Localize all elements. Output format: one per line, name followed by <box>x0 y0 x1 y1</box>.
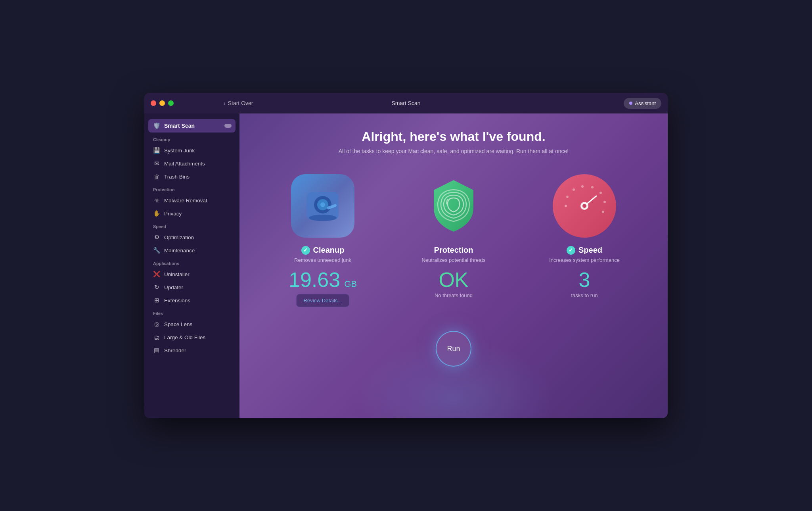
sidebar: 🛡️ Smart Scan Cleanup 💾 System Junk ✉ Ma… <box>144 113 239 418</box>
cleanup-icon-wrap <box>291 174 354 238</box>
sidebar-item-label: Trash Bins <box>164 174 190 180</box>
sidebar-item-label: Mail Attachments <box>164 161 205 167</box>
svg-point-12 <box>599 192 602 194</box>
sidebar-toggle[interactable] <box>224 124 232 128</box>
sidebar-item-label: Shredder <box>164 348 186 353</box>
protection-value: OK <box>439 269 468 290</box>
cleanup-card-title: Cleanup <box>313 246 345 255</box>
section-label-files: Files <box>144 307 239 317</box>
sidebar-item-label: Privacy <box>164 211 182 217</box>
smart-scan-icon: 🛡️ <box>153 122 160 129</box>
updater-icon: ↻ <box>153 284 160 291</box>
sidebar-item-label: Maintenance <box>164 248 195 254</box>
svg-point-4 <box>320 202 325 207</box>
traffic-lights <box>151 100 174 106</box>
sidebar-item-extensions[interactable]: ⊞ Extensions <box>148 294 236 307</box>
sidebar-item-system-junk[interactable]: 💾 System Junk <box>148 144 236 157</box>
protection-subtitle: Neutralizes potential threats <box>421 257 485 263</box>
minimize-button[interactable] <box>159 100 165 106</box>
svg-point-9 <box>573 188 575 191</box>
speed-value: 3 <box>579 269 590 290</box>
card-speed: ✓ Speed Increases system performance 3 t… <box>525 174 644 298</box>
sidebar-item-label: Extensions <box>164 298 190 304</box>
svg-point-7 <box>565 205 567 207</box>
cleanup-title-row: ✓ Cleanup <box>301 246 345 255</box>
sidebar-item-mail-attachments[interactable]: ✉ Mail Attachments <box>148 157 236 170</box>
svg-point-10 <box>581 185 584 188</box>
headline: Alright, here's what I've found. <box>362 129 545 144</box>
section-label-cleanup: Cleanup <box>144 133 239 144</box>
protection-icon-wrap <box>422 174 485 238</box>
protection-card-title: Protection <box>434 246 473 255</box>
speed-subtitle: Increases system performance <box>549 257 620 263</box>
sidebar-item-shredder[interactable]: ▤ Shredder <box>148 344 236 357</box>
speed-check-icon: ✓ <box>567 246 575 255</box>
uninstaller-icon: ❌ <box>153 271 160 278</box>
sidebar-item-label: Space Lens <box>164 321 192 327</box>
assistant-area: Assistant <box>624 98 661 109</box>
sidebar-item-label: Optimization <box>164 234 194 240</box>
sidebar-item-label: Large & Old Files <box>164 334 205 340</box>
sidebar-item-malware-removal[interactable]: ☣ Malware Removal <box>148 194 236 207</box>
disk-svg <box>303 184 343 228</box>
sidebar-item-label: Uninstaller <box>164 271 190 277</box>
sidebar-item-optimization[interactable]: ⚙ Optimization <box>148 231 236 244</box>
back-label: Start Over <box>228 100 253 106</box>
optimization-icon: ⚙ <box>153 234 160 241</box>
main-layout: 🛡️ Smart Scan Cleanup 💾 System Junk ✉ Ma… <box>144 113 668 418</box>
protection-note: No threats found <box>435 292 473 298</box>
svg-point-8 <box>566 196 569 198</box>
speed-icon-wrap <box>553 174 616 238</box>
speed-card-title: Speed <box>578 246 602 255</box>
svg-point-1 <box>309 215 337 221</box>
section-label-protection: Protection <box>144 183 239 194</box>
sidebar-item-label: System Junk <box>164 148 195 154</box>
speed-title-row: ✓ Speed <box>567 246 602 255</box>
card-protection: Protection Neutralizes potential threats… <box>394 174 513 298</box>
trash-icon: 🗑 <box>153 173 160 180</box>
sidebar-item-label: Malware Removal <box>164 198 207 204</box>
back-arrow-icon: ‹ <box>224 100 226 106</box>
sidebar-item-trash-bins[interactable]: 🗑 Trash Bins <box>148 170 236 183</box>
system-junk-icon: 💾 <box>153 147 160 154</box>
section-label-applications: Applications <box>144 257 239 267</box>
speedometer-svg <box>559 180 610 232</box>
speed-note: tasks to run <box>571 292 598 298</box>
cleanup-subtitle: Removes unneeded junk <box>294 257 351 263</box>
mail-icon: ✉ <box>153 160 160 167</box>
svg-point-11 <box>591 186 594 188</box>
cleanup-value: 19.63 GB <box>289 269 357 290</box>
privacy-icon: ✋ <box>153 210 160 217</box>
section-label-speed: Speed <box>144 220 239 231</box>
app-window: ‹ Start Over Smart Scan Assistant 🛡️ Sma… <box>144 93 668 418</box>
sidebar-item-updater[interactable]: ↻ Updater <box>148 281 236 294</box>
sidebar-item-large-old-files[interactable]: 🗂 Large & Old Files <box>148 331 236 344</box>
assistant-button[interactable]: Assistant <box>624 98 661 109</box>
subheadline: All of the tasks to keep your Mac clean,… <box>339 148 569 154</box>
space-lens-icon: ◎ <box>153 321 160 328</box>
maintenance-icon: 🔧 <box>153 247 160 254</box>
run-button[interactable]: Run <box>436 331 471 367</box>
close-button[interactable] <box>151 100 156 106</box>
review-details-button[interactable]: Review Details... <box>296 294 350 307</box>
assistant-dot-icon <box>629 102 632 105</box>
sidebar-item-label: Updater <box>164 284 183 290</box>
card-cleanup: ✓ Cleanup Removes unneeded junk 19.63 GB… <box>263 174 382 307</box>
sidebar-item-smart-scan[interactable]: 🛡️ Smart Scan <box>148 119 236 133</box>
sidebar-item-label: Smart Scan <box>164 123 195 129</box>
assistant-label: Assistant <box>635 100 656 106</box>
back-button[interactable]: ‹ Start Over <box>224 100 253 106</box>
sidebar-item-maintenance[interactable]: 🔧 Maintenance <box>148 244 236 257</box>
sidebar-item-uninstaller[interactable]: ❌ Uninstaller <box>148 268 236 280</box>
shield-svg <box>426 176 481 236</box>
sidebar-item-space-lens[interactable]: ◎ Space Lens <box>148 318 236 330</box>
sidebar-item-privacy[interactable]: ✋ Privacy <box>148 207 236 220</box>
cards-row: ✓ Cleanup Removes unneeded junk 19.63 GB… <box>263 174 644 307</box>
svg-point-17 <box>582 204 586 208</box>
large-files-icon: 🗂 <box>153 334 160 341</box>
extensions-icon: ⊞ <box>153 297 160 304</box>
protection-title-row: Protection <box>434 246 473 255</box>
titlebar-title: Smart Scan <box>391 100 420 106</box>
shredder-icon: ▤ <box>153 347 160 354</box>
maximize-button[interactable] <box>168 100 174 106</box>
